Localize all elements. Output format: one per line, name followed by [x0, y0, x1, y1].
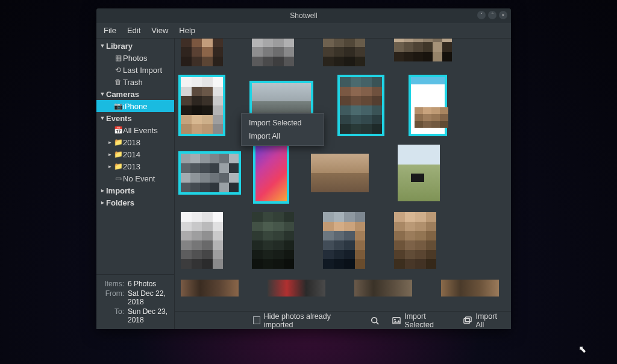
info-items-value: 6 Photos [124, 280, 171, 288]
svg-point-0 [372, 317, 377, 322]
context-import-selected[interactable]: Import Selected [242, 116, 324, 130]
thumbnail-grid[interactable] [175, 39, 511, 311]
sidebar-item-trash[interactable]: 🗑Trash [96, 76, 174, 88]
sidebar-item-2018[interactable]: ▸📁2018 [96, 136, 174, 148]
sidebar-cameras-header[interactable]: ▼Cameras [96, 88, 174, 100]
folder-icon: 📁 [113, 150, 123, 158]
sidebar-item-label: All Events [123, 126, 158, 135]
sidebar-label: Cameras [106, 90, 139, 99]
hide-imported-checkbox[interactable]: Hide photos already imported [253, 312, 351, 329]
menu-help[interactable]: Help [174, 24, 200, 37]
last-import-icon: ⟲ [113, 66, 123, 74]
no-event-icon: ▭ [113, 174, 123, 183]
menu-edit[interactable]: Edit [122, 24, 145, 37]
search-button[interactable] [368, 315, 381, 327]
info-from-value: Sat Dec 22, 2018 [124, 289, 171, 306]
photo-thumbnail[interactable] [252, 212, 294, 269]
svg-rect-2 [393, 317, 400, 324]
photo-thumbnail-selected[interactable] [411, 77, 445, 134]
photo-thumbnail-selected[interactable] [255, 145, 287, 201]
info-to-label: To: [100, 307, 124, 324]
sidebar-item-label: No Event [123, 174, 155, 183]
photo-thumbnail[interactable] [181, 39, 223, 66]
photo-thumbnail[interactable] [181, 212, 223, 269]
mouse-cursor-icon: ⬉ [578, 344, 586, 355]
sidebar-item-label: 2018 [123, 138, 140, 147]
sidebar-item-label: Last Import [123, 66, 162, 75]
svg-rect-5 [466, 316, 472, 321]
close-button[interactable]: × [499, 11, 507, 19]
bottom-toolbar: Hide photos already imported Import Sele… [175, 311, 511, 329]
sidebar-label: Library [106, 42, 133, 51]
sidebar-imports-header[interactable]: ▸Imports [96, 184, 174, 196]
photo-thumbnail-selected[interactable] [340, 77, 382, 134]
import-all-button[interactable]: Import All [461, 310, 505, 331]
photo-thumbnail[interactable] [394, 39, 452, 61]
minimize-button[interactable]: ˅ [477, 11, 486, 19]
sidebar-label: Imports [106, 186, 135, 195]
photo-thumbnail[interactable] [323, 212, 365, 269]
sidebar-folders-header[interactable]: ▸Folders [96, 196, 174, 209]
sidebar-library-header[interactable]: ▼Library [96, 40, 174, 52]
titlebar[interactable]: Shotwell ˅ ˄ × [96, 8, 511, 23]
info-from-label: From: [100, 289, 124, 306]
svg-rect-4 [464, 318, 470, 323]
menu-file[interactable]: File [99, 24, 121, 37]
photo-thumbnail-selected[interactable] [181, 77, 223, 134]
sidebar-item-2013[interactable]: ▸📁2013 [96, 160, 174, 172]
photo-thumbnail[interactable] [181, 280, 239, 297]
sidebar-tree: ▼Library ▦Photos ⟲Last Import 🗑Trash ▼Ca… [96, 39, 174, 274]
sidebar-info-panel: Items:6 Photos From:Sat Dec 22, 2018 To:… [96, 274, 174, 329]
import-all-label: Import All [475, 312, 503, 329]
sidebar-item-2014[interactable]: ▸📁2014 [96, 148, 174, 160]
folder-icon: 📁 [113, 138, 123, 146]
window-controls: ˅ ˄ × [477, 11, 507, 19]
images-icon [463, 316, 472, 325]
sidebar-item-no-event[interactable]: ▭No Event [96, 172, 174, 184]
photo-thumbnail[interactable] [252, 39, 294, 66]
calendar-icon: 📅 [113, 126, 123, 134]
photo-thumbnail[interactable] [268, 280, 325, 297]
sidebar-item-all-events[interactable]: 📅All Events [96, 124, 174, 136]
menubar: File Edit View Help [96, 23, 511, 39]
content-area: Hide photos already imported Import Sele… [175, 39, 511, 329]
context-menu: Import Selected Import All [241, 113, 324, 146]
menu-view[interactable]: View [146, 24, 173, 37]
photos-icon: ▦ [113, 54, 123, 62]
photo-thumbnail-selected[interactable] [181, 154, 239, 192]
sidebar-label: Folders [106, 198, 134, 207]
info-items-label: Items: [100, 280, 124, 288]
sidebar-item-iphone[interactable]: 📷iPhone [96, 100, 174, 112]
sidebar-events-header[interactable]: ▼Events [96, 112, 174, 124]
import-selected-label: Import Selected [404, 312, 450, 329]
info-to-value: Sun Dec 23, 2018 [124, 307, 171, 324]
svg-line-1 [377, 322, 379, 324]
sidebar-item-label: 2014 [123, 150, 140, 159]
sidebar-item-label: Photos [123, 54, 147, 63]
sidebar: ▼Library ▦Photos ⟲Last Import 🗑Trash ▼Ca… [96, 39, 175, 329]
photo-thumbnail[interactable] [311, 154, 369, 192]
hide-imported-label: Hide photos already imported [264, 312, 351, 329]
photo-thumbnail[interactable] [394, 212, 436, 269]
photo-thumbnail[interactable] [354, 280, 412, 297]
photo-thumbnail[interactable] [441, 280, 499, 297]
sidebar-label: Events [106, 114, 132, 123]
search-icon [371, 316, 379, 325]
camera-icon: 📷 [113, 102, 123, 110]
context-import-all[interactable]: Import All [242, 130, 324, 143]
sidebar-item-last-import[interactable]: ⟲Last Import [96, 64, 174, 76]
photo-thumbnail[interactable] [398, 145, 440, 201]
checkbox-icon [253, 316, 260, 324]
sidebar-item-label: Trash [123, 78, 143, 87]
sidebar-item-photos[interactable]: ▦Photos [96, 52, 174, 64]
trash-icon: 🗑 [113, 78, 123, 86]
image-icon [392, 316, 401, 325]
sidebar-item-label: 2013 [123, 162, 140, 171]
photo-thumbnail[interactable] [323, 39, 365, 66]
import-selected-button[interactable]: Import Selected [390, 310, 453, 331]
folder-icon: 📁 [113, 162, 123, 171]
app-window: Shotwell ˅ ˄ × File Edit View Help ▼Libr… [96, 8, 511, 329]
sidebar-item-label: iPhone [123, 102, 147, 111]
window-title: Shotwell [290, 11, 317, 20]
maximize-button[interactable]: ˄ [488, 11, 496, 19]
